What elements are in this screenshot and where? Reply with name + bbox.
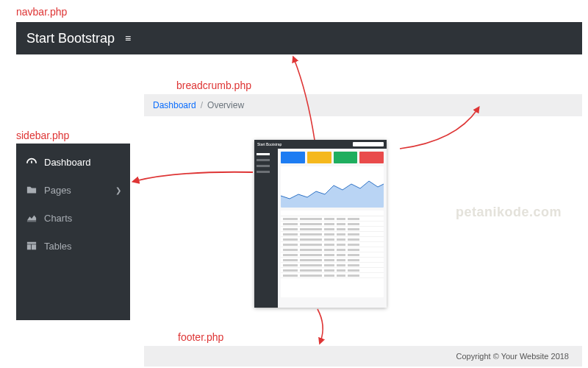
breadcrumb-separator: / [201,100,203,110]
sidebar-item-label: Pages [44,185,71,196]
arrow-to-footer [307,308,337,344]
hamburger-icon[interactable]: ≡ [125,32,131,44]
annotation-sidebar: sidebar.php [16,130,69,141]
footer-copyright: Copyright © Your Website 2018 [456,352,569,361]
chart-area-icon [25,213,38,223]
dashboard-thumbnail: Start Bootstrap [254,140,387,308]
thumb-card-yellow [307,152,331,163]
sidebar: Dashboard Pages ❯ Charts Tables [16,144,130,320]
arrow-to-sidebar [132,169,257,199]
watermark: petanikode.com [456,205,562,220]
tachometer-icon [25,157,38,167]
folder-icon [25,185,38,195]
annotation-breadcrumb: breadcrumb.php [176,79,251,91]
sidebar-item-label: Charts [44,213,72,224]
sidebar-item-label: Dashboard [44,157,91,168]
thumb-search [353,142,384,146]
thumb-data-table [281,210,384,297]
sidebar-item-dashboard[interactable]: Dashboard [16,148,130,176]
thumb-stat-cards [281,152,384,163]
thumb-card-green [334,152,358,163]
thumb-main [278,149,387,308]
sidebar-item-tables[interactable]: Tables [16,232,130,260]
thumb-area-chart [281,166,384,208]
navbar-brand[interactable]: Start Bootstrap [26,31,115,46]
breadcrumb: Dashboard / Overview [144,94,582,116]
sidebar-item-pages[interactable]: Pages ❯ [16,176,130,204]
thumb-sidebar [254,149,278,308]
sidebar-item-charts[interactable]: Charts [16,204,130,232]
chevron-right-icon: ❯ [115,186,121,194]
thumb-card-blue [281,152,305,163]
table-icon [25,241,38,251]
breadcrumb-link-dashboard[interactable]: Dashboard [153,100,196,110]
breadcrumb-current: Overview [207,100,244,110]
annotation-navbar: navbar.php [16,6,67,18]
thumb-brand: Start Bootstrap [257,142,282,146]
sidebar-item-label: Tables [44,241,72,252]
footer: Copyright © Your Website 2018 [144,346,582,367]
annotation-footer: footer.php [178,331,223,343]
navbar: Start Bootstrap ≡ [16,22,582,54]
thumb-card-red [359,152,384,163]
thumb-navbar: Start Bootstrap [254,140,387,149]
